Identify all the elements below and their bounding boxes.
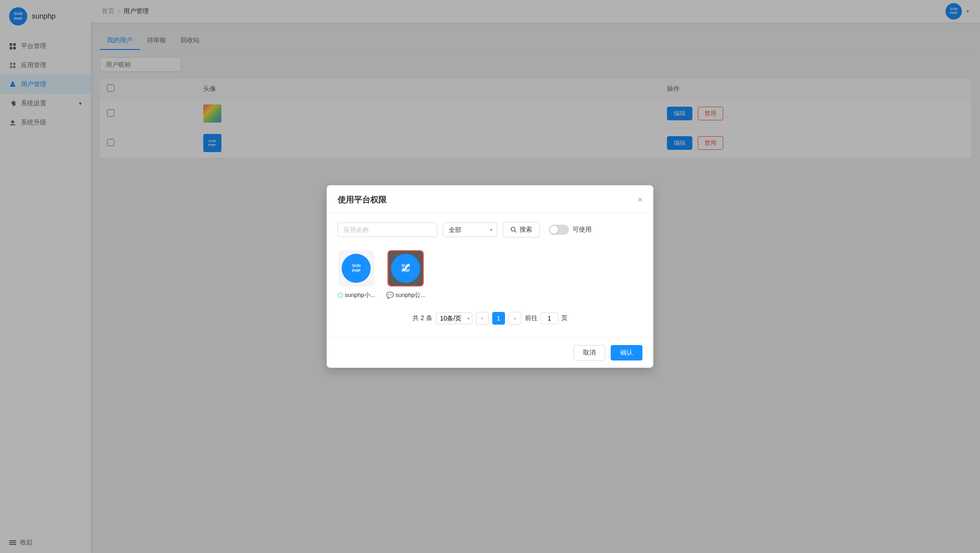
modal-close-button[interactable]: × [637,196,642,204]
page-number-1[interactable]: 1 [492,312,505,325]
goto-prefix: 前往 [525,314,538,322]
app-label: 💬 sunphp公... [386,291,426,299]
modal-title: 使用平台权限 [338,194,387,205]
app-logo: SUN PHP [342,254,371,283]
modal-body: 全部 ▾ 搜索 可使用 [327,213,653,337]
app-grid: SUN PHP ⬡ sunphp小... SUN PHP ✓ [338,247,642,303]
available-toggle[interactable] [549,225,569,235]
confirm-button[interactable]: 确认 [611,345,642,360]
wechat-icon: 💬 [386,291,394,299]
search-icon [510,227,517,233]
category-select[interactable]: 全部 [443,222,497,237]
modal-header: 使用平台权限 × [327,185,653,213]
mini-program-icon: ⬡ [338,291,343,299]
page-size-select[interactable]: 10条/页 [436,312,472,324]
modal-footer: 取消 确认 [327,337,653,368]
page-size-wrapper: 10条/页 [436,312,472,324]
page-goto: 前往 页 [525,312,568,324]
category-select-wrapper: 全部 ▾ [443,222,497,237]
modal-toolbar: 全部 ▾ 搜索 可使用 [338,222,642,237]
app-label: ⬡ sunphp小... [338,291,375,299]
app-icon-wrap: SUN PHP [338,250,374,286]
cancel-button[interactable]: 取消 [573,345,605,360]
goto-suffix: 页 [561,314,568,322]
pagination: 共 2 条 10条/页 ‹ 1 › 前往 页 [338,303,642,328]
app-item[interactable]: SUN PHP ✓ 💬 sunphp公... [386,250,426,299]
check-icon: ✓ [401,262,411,275]
toggle-wrapper: 可使用 [549,225,592,235]
permission-modal: 使用平台权限 × 全部 ▾ 搜索 [327,185,653,368]
svg-line-10 [514,231,516,232]
toggle-label: 可使用 [573,226,592,234]
toggle-knob [550,226,558,234]
page-total: 共 2 条 [412,314,432,322]
next-page-button[interactable]: › [509,312,521,325]
modal-overlay: 使用平台权限 × 全部 ▾ 搜索 [0,0,980,553]
app-item[interactable]: SUN PHP ⬡ sunphp小... [338,250,375,299]
prev-page-button[interactable]: ‹ [476,312,489,325]
search-button[interactable]: 搜索 [503,222,540,237]
app-icon-wrap-selected: SUN PHP ✓ [387,250,424,286]
page-goto-input[interactable] [540,312,559,324]
modal-search-input[interactable] [338,222,437,237]
